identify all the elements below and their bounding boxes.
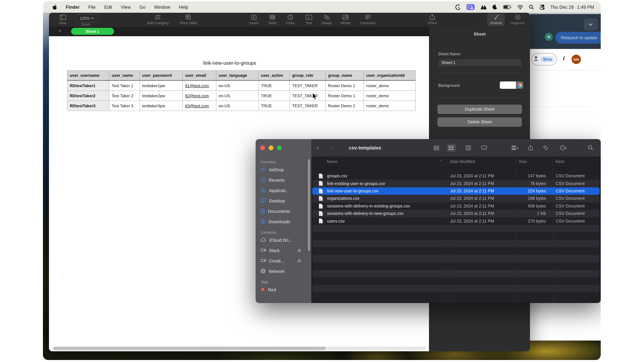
duplicate-sheet-button[interactable]: Duplicate Sheet xyxy=(438,105,522,114)
table-cell[interactable]: RDtestTaker3 xyxy=(67,101,109,111)
column-header[interactable]: user_password xyxy=(140,70,183,80)
column-header[interactable]: group_role xyxy=(290,70,326,80)
email-link-cell[interactable]: tt3@test.com xyxy=(183,101,216,111)
file-row[interactable]: sessions-with-delivery-in-existing-group… xyxy=(311,202,601,210)
table-cell[interactable]: en-US xyxy=(216,91,258,101)
apple-menu[interactable] xyxy=(52,4,57,10)
color-picker-button[interactable] xyxy=(516,81,523,89)
organize-button[interactable]: Organize xyxy=(502,14,530,25)
wifi-icon[interactable] xyxy=(517,5,523,9)
forward-button[interactable]: › xyxy=(331,139,333,157)
column-header[interactable]: user_name xyxy=(109,70,140,80)
sidebar-item-red[interactable]: Red xyxy=(256,285,311,295)
table-cell[interactable]: testtaker2pw xyxy=(140,91,183,101)
table-cell[interactable]: RDtestTaker1 xyxy=(67,80,109,91)
tab-sheet-1[interactable]: Sheet 1 xyxy=(71,28,114,35)
sidebar-item-airdrop[interactable]: AirDrop xyxy=(256,165,311,175)
data-table[interactable]: user_usernameuser_nameuser_passworduser_… xyxy=(67,70,416,111)
list-view-button[interactable] xyxy=(447,144,456,152)
table-cell[interactable]: TRUE xyxy=(258,101,290,111)
add-sheet-button[interactable]: + xyxy=(58,28,62,33)
table-cell[interactable]: roster_demo xyxy=(364,101,416,111)
table-cell[interactable]: en-US xyxy=(216,80,258,91)
minimize-button[interactable] xyxy=(269,145,273,150)
column-header[interactable]: user_email xyxy=(183,70,216,80)
menu-item-edit[interactable]: Edit xyxy=(104,4,112,9)
file-row[interactable]: users.csvJul 23, 2024 at 2:11 PM270 byte… xyxy=(311,217,601,225)
relaunch-button[interactable]: Relaunch to update xyxy=(556,32,601,43)
focus-moon-icon[interactable] xyxy=(492,4,498,9)
column-header[interactable]: group_name xyxy=(326,70,364,80)
table-cell[interactable]: TEST_TAKER xyxy=(290,91,326,101)
menu-item-file[interactable]: File xyxy=(88,4,96,9)
m-app-icon[interactable] xyxy=(480,4,487,9)
table-cell[interactable]: en-US xyxy=(216,101,258,111)
table-cell[interactable]: Test Taker 3 xyxy=(109,101,140,111)
zoom-button[interactable] xyxy=(277,145,282,150)
background-color-well[interactable] xyxy=(500,81,523,89)
sheet-name-field[interactable]: Sheet 1 xyxy=(438,58,522,67)
info-icon[interactable]: i xyxy=(562,55,566,62)
table-cell[interactable]: roster_demo xyxy=(364,80,416,91)
menu-item-go[interactable]: Go xyxy=(139,4,146,9)
column-view-button[interactable] xyxy=(464,144,473,152)
beta-upload-pill[interactable]: Beta xyxy=(531,53,557,66)
tag-button[interactable] xyxy=(541,144,550,152)
table-cell[interactable]: Roster Demo 2 xyxy=(326,101,364,111)
zoom-select[interactable]: 125% xyxy=(76,14,98,22)
table-cell[interactable]: roster_demo xyxy=(364,91,416,101)
table-cell[interactable]: Test Taker 2 xyxy=(109,91,140,101)
menu-item-help[interactable]: Help xyxy=(179,4,188,9)
column-header[interactable]: user_language xyxy=(216,70,258,80)
color-swatch-white[interactable] xyxy=(500,81,516,89)
menu-item-finder[interactable]: Finder xyxy=(66,4,80,9)
delete-sheet-button[interactable]: Delete Sheet xyxy=(438,117,522,127)
eject-icon[interactable] xyxy=(297,258,302,264)
table-cell[interactable]: testtaker3pw xyxy=(140,101,183,111)
file-row[interactable]: link-existing-user-to-groups.csvJul 23, … xyxy=(311,180,601,187)
table-cell[interactable]: TEST_TAKER xyxy=(290,80,326,91)
sidebar-item-slack[interactable]: Slack xyxy=(256,245,311,256)
back-button[interactable]: ‹ xyxy=(317,139,319,157)
sidebar-item-network[interactable]: Network xyxy=(256,266,311,277)
sidebar-item-documents[interactable]: Documents xyxy=(256,206,311,217)
gallery-view-button[interactable] xyxy=(479,144,489,152)
sidebar-item-applicati[interactable]: Applicati... xyxy=(256,185,311,196)
comment-button[interactable]: Comment xyxy=(353,14,383,25)
file-row[interactable]: sessions-with-delivery-in-new-groups.csv… xyxy=(311,210,601,217)
sidebar-item-iclouddri[interactable]: iCloud Dri... xyxy=(256,235,311,245)
avatar[interactable]: N xyxy=(545,33,553,41)
email-link-cell[interactable]: tt1@test.com xyxy=(183,80,216,91)
eject-icon[interactable] xyxy=(297,248,302,253)
menu-item-view[interactable]: View xyxy=(121,4,131,9)
search-button[interactable] xyxy=(586,144,595,152)
column-header[interactable]: user_username xyxy=(67,70,109,80)
file-row[interactable]: organizations.csvJul 23, 2024 at 2:11 PM… xyxy=(311,195,601,202)
table-cell[interactable]: TRUE xyxy=(258,91,290,101)
email-link-cell[interactable]: tt2@test.com xyxy=(183,91,216,101)
share-button[interactable] xyxy=(526,144,535,152)
battery-icon[interactable] xyxy=(503,5,512,9)
share-button[interactable]: Share xyxy=(417,14,448,25)
chevron-down-button[interactable] xyxy=(584,18,598,30)
table-cell[interactable]: TRUE xyxy=(258,80,290,91)
sidebar-item-creati[interactable]: Creati... xyxy=(256,256,311,266)
icon-view-button[interactable] xyxy=(432,144,441,152)
search-icon[interactable] xyxy=(529,4,534,9)
scrollbar-thumb[interactable] xyxy=(54,347,326,350)
menu-item-window[interactable]: Window xyxy=(154,4,170,9)
file-row[interactable]: groups.csvJul 23, 2024 at 2:11 PM147 byt… xyxy=(311,172,601,180)
sidebar-item-recents[interactable]: Recents xyxy=(256,175,311,185)
table-cell[interactable]: Roster Demo 1 xyxy=(326,80,364,91)
table-cell[interactable]: TEST_TAKER xyxy=(290,101,326,111)
add-category-button[interactable]: Add Category xyxy=(143,14,173,25)
column-header[interactable]: user_organizationId xyxy=(364,70,416,80)
screen-sharing-icon[interactable] xyxy=(466,4,474,10)
table-cell[interactable]: testtaker1pw xyxy=(140,80,183,91)
account-avatar[interactable]: NM xyxy=(572,55,581,64)
list-column-headers[interactable]: Name ^ Date Modified Size Kind xyxy=(311,157,601,168)
pivot-table-button[interactable]: Pivot Table xyxy=(174,14,204,25)
file-row[interactable]: link-new-user-to-groups.csvJul 23, 2024 … xyxy=(311,187,601,195)
column-header[interactable]: user_active xyxy=(258,70,290,80)
close-button[interactable] xyxy=(260,145,265,150)
